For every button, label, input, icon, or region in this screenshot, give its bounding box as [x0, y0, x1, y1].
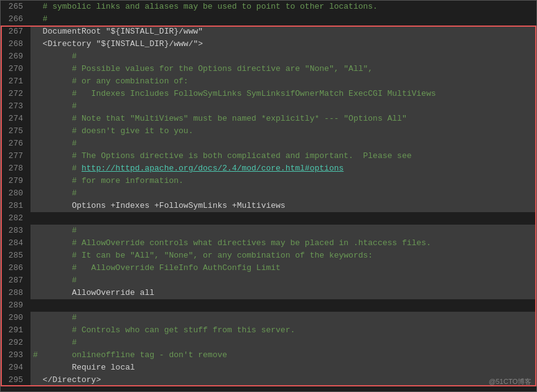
line-number: 275	[1, 125, 30, 138]
line-number: 292	[1, 337, 30, 349]
line-content: # AllowOverride FileInfo AuthConfig Limi…	[30, 262, 536, 274]
line-number: 290	[1, 312, 30, 324]
line-content: #	[30, 13, 536, 26]
line-number: 283	[1, 225, 30, 237]
line-content: #	[30, 337, 536, 349]
code-line: 280 #	[1, 187, 536, 200]
code-line: 278 # http://httpd.apache.org/docs/2.4/m…	[1, 162, 536, 175]
code-line: 289	[1, 299, 536, 312]
link-text[interactable]: http://httpd.apache.org/docs/2.4/mod/cor…	[82, 164, 343, 173]
line-number: 269	[1, 50, 30, 63]
code-line: 270 # Possible values for the Options di…	[1, 63, 536, 75]
line-number: 273	[1, 100, 30, 113]
line-content: AllowOverride all	[30, 287, 536, 299]
line-content: #	[30, 138, 536, 150]
line-number: 267	[1, 26, 30, 38]
line-content: # for more information.	[30, 175, 536, 187]
code-line: 281 Options +Indexes +FollowSymLinks +Mu…	[1, 200, 536, 212]
watermark: @51CTO博客	[489, 377, 531, 386]
line-content: # Note that "MultiViews" must be named *…	[30, 113, 536, 125]
line-number: 277	[1, 150, 30, 162]
line-number: 280	[1, 187, 30, 200]
line-number: 294	[1, 362, 30, 374]
code-line: 285 # It can be "All", "None", or any co…	[1, 250, 536, 262]
line-number: 286	[1, 262, 30, 274]
line-number: 293	[1, 349, 30, 362]
code-line: 276 #	[1, 138, 536, 150]
code-line: 290 #	[1, 312, 536, 324]
line-content: # doesn't give it to you.	[30, 125, 536, 138]
line-number: 295	[1, 374, 30, 386]
line-content: </Directory>	[30, 374, 536, 386]
code-line: 271 # or any combination of:	[1, 75, 536, 88]
line-content: # Indexes Includes FollowSymLinks SymLin…	[30, 88, 536, 100]
line-content: # onlineoffline tag - don't remove	[30, 349, 536, 362]
line-number: 265	[1, 1, 30, 13]
line-number: 288	[1, 287, 30, 299]
line-number: 268	[1, 38, 30, 50]
code-line: 288 AllowOverride all	[1, 287, 536, 299]
code-line: 294 Require local	[1, 362, 536, 374]
code-editor: 265 # symbolic links and aliases may be …	[0, 0, 537, 392]
code-line: 277 # The Options directive is both comp…	[1, 150, 536, 162]
line-content: DocumentRoot "${INSTALL_DIR}/www"	[30, 26, 536, 38]
code-line: 286 # AllowOverride FileInfo AuthConfig …	[1, 262, 536, 274]
line-content: # It can be "All", "None", or any combin…	[30, 250, 536, 262]
line-content: # or any combination of:	[30, 75, 536, 88]
code-line: 293# onlineoffline tag - don't remove	[1, 349, 536, 362]
line-number: 289	[1, 299, 30, 312]
line-number: 270	[1, 63, 30, 75]
line-number: 287	[1, 274, 30, 287]
line-number: 276	[1, 138, 30, 150]
line-number: 285	[1, 250, 30, 262]
code-line: 266 #	[1, 13, 536, 26]
code-line: 275 # doesn't give it to you.	[1, 125, 536, 138]
code-line: 292 #	[1, 337, 536, 349]
lines-container: 265 # symbolic links and aliases may be …	[1, 1, 536, 386]
line-number: 281	[1, 200, 30, 212]
code-line: 279 # for more information.	[1, 175, 536, 187]
line-content: #	[30, 187, 536, 200]
line-content: # AllowOverride controls what directives…	[30, 237, 536, 250]
line-content: Require local	[30, 362, 536, 374]
line-number: 271	[1, 75, 30, 88]
code-line: 295 </Directory>	[1, 374, 536, 386]
line-number: 274	[1, 113, 30, 125]
line-number: 282	[1, 212, 30, 225]
line-content: <Directory "${INSTALL_DIR}/www/">	[30, 38, 536, 50]
code-line: 283 #	[1, 225, 536, 237]
line-content: # The Options directive is both complica…	[30, 150, 536, 162]
code-line: 273 #	[1, 100, 536, 113]
line-content: Options +Indexes +FollowSymLinks +Multiv…	[30, 200, 536, 212]
code-line: 287 #	[1, 274, 536, 287]
line-content: #	[30, 312, 536, 324]
code-line: 268 <Directory "${INSTALL_DIR}/www/">	[1, 38, 536, 50]
line-number: 278	[1, 162, 30, 175]
line-content: #	[30, 225, 536, 237]
code-line: 265 # symbolic links and aliases may be …	[1, 1, 536, 13]
line-content: # Controls who can get stuff from this s…	[30, 324, 536, 337]
line-content: #	[30, 274, 536, 287]
line-number: 266	[1, 13, 30, 26]
line-content: #	[30, 100, 536, 113]
line-number: 284	[1, 237, 30, 250]
line-content: # symbolic links and aliases may be used…	[30, 1, 536, 13]
line-number: 291	[1, 324, 30, 337]
line-content: #	[30, 50, 536, 63]
code-line: 274 # Note that "MultiViews" must be nam…	[1, 113, 536, 125]
code-line: 291 # Controls who can get stuff from th…	[1, 324, 536, 337]
code-line: 282	[1, 212, 536, 225]
line-content: # http://httpd.apache.org/docs/2.4/mod/c…	[30, 162, 536, 175]
line-content: # Possible values for the Options direct…	[30, 63, 536, 75]
code-line: 267 DocumentRoot "${INSTALL_DIR}/www"	[1, 26, 536, 38]
code-line: 269 #	[1, 50, 536, 63]
code-line: 284 # AllowOverride controls what direct…	[1, 237, 536, 250]
code-line: 272 # Indexes Includes FollowSymLinks Sy…	[1, 88, 536, 100]
line-number: 279	[1, 175, 30, 187]
line-number: 272	[1, 88, 30, 100]
